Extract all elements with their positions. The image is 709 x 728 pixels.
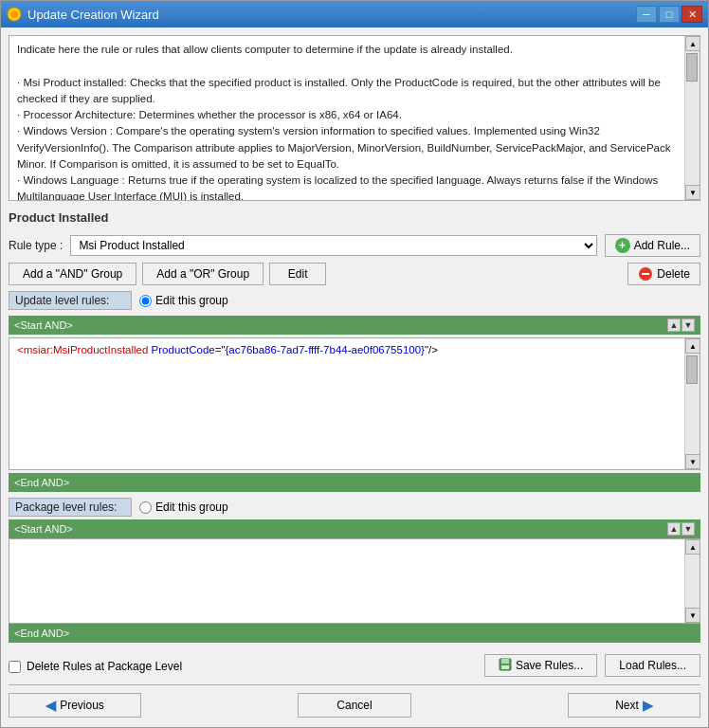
package-section: Package level rules: Edit this group <St… [9, 498, 700, 643]
previous-button[interactable]: ◀ Previous [9, 693, 141, 718]
save-load-row: Save Rules... Load Rules... [484, 654, 700, 677]
rules-scroll-down[interactable]: ▼ [685, 454, 700, 469]
package-level-row: Package level rules: Edit this group [9, 498, 700, 517]
start-and-label: <Start AND> [14, 319, 73, 331]
save-icon [499, 658, 512, 674]
group-buttons-row: Add a "AND" Group Add a "OR" Group Edit … [9, 263, 700, 285]
xml-attr-productcode: ProductCode [152, 344, 215, 355]
nav-row: ◀ Previous Cancel Next ▶ [9, 689, 700, 719]
save-rules-label: Save Rules... [516, 659, 583, 672]
load-rules-button[interactable]: Load Rules... [605, 654, 700, 677]
svg-rect-5 [501, 659, 509, 664]
delete-rules-checkbox[interactable] [9, 661, 21, 673]
pkg-edit-group-radio-input[interactable] [139, 501, 152, 514]
edit-group-radio-label: Edit this group [155, 294, 228, 307]
and-bar-up-button[interactable]: ▲ [667, 318, 681, 332]
pkg-and-bar-down[interactable]: ▼ [682, 522, 695, 536]
xml-attr-value: {ac76ba86-7ad7-ffff-7b44-ae0f06755100} [226, 344, 425, 355]
rule-type-label: Rule type : [9, 239, 63, 252]
and-bar-down-button[interactable]: ▼ [682, 318, 695, 332]
prev-arrow: ◀ [45, 698, 56, 713]
info-text: Indicate here the rule or rules that all… [17, 42, 675, 201]
pkg-edit-group-radio: Edit this group [139, 500, 228, 514]
edit-group-radio: Edit this group [139, 294, 228, 307]
minimize-button[interactable]: ─ [636, 6, 657, 23]
delete-rules-label: Delete Rules at Package Level [27, 660, 182, 673]
edit-group-radio-input[interactable] [139, 295, 152, 307]
info-scrollbar: ▲ ▼ [684, 36, 700, 200]
pkg-edit-group-label: Edit this group [155, 500, 228, 514]
window-title: Update Creation Wizard [27, 8, 159, 22]
svg-rect-6 [501, 665, 509, 669]
add-rule-label: Add Rule... [634, 239, 690, 252]
rules-content: <msiar:MsiProductInstalled ProductCode="… [9, 338, 700, 361]
add-rule-button[interactable]: + Add Rule... [605, 234, 700, 257]
delete-button[interactable]: Delete [627, 263, 700, 285]
next-label: Next [615, 699, 639, 712]
end-and-bar: <End AND> [9, 473, 700, 492]
and-bar-controls: ▲ ▼ [667, 318, 695, 332]
rules-scroll-thumb [686, 355, 698, 384]
bottom-section: Delete Rules at Package Level Save Rules… [9, 648, 700, 719]
rule-type-row: Rule type : Msi Product Installed + Add … [9, 234, 700, 257]
package-level-label: Package level rules: [9, 498, 132, 517]
add-or-group-button[interactable]: Add a "OR" Group [142, 263, 264, 285]
main-content: Indicate here the rule or rules that all… [1, 27, 708, 727]
pkg-and-bar-up[interactable]: ▲ [667, 522, 681, 536]
divider [9, 684, 700, 685]
xml-tag-name: MsiProductInstalled [53, 344, 148, 355]
pkg-end-and-label: <End AND> [14, 628, 69, 639]
rules-scroll-track [685, 354, 700, 454]
start-and-bar: <Start AND> ▲ ▼ [9, 316, 700, 335]
wizard-icon [7, 7, 22, 22]
next-button[interactable]: Next ▶ [568, 693, 700, 718]
update-level-label: Update level rules: [9, 291, 132, 310]
rules-area: <msiar:MsiProductInstalled ProductCode="… [9, 337, 700, 470]
title-bar-left: Update Creation Wizard [7, 7, 159, 22]
checkbox-row: Delete Rules at Package Level [9, 654, 182, 677]
delete-icon [638, 266, 653, 282]
pkg-end-and-bar: <End AND> [9, 624, 700, 643]
main-window: Update Creation Wizard ─ □ ✕ Indicate he… [0, 0, 709, 728]
save-rules-button[interactable]: Save Rules... [484, 654, 597, 677]
close-button[interactable]: ✕ [682, 6, 702, 23]
svg-point-1 [10, 10, 18, 18]
update-rules-section: <Start AND> ▲ ▼ <msiar:MsiProductInstall… [9, 316, 700, 492]
title-bar-controls: ─ □ ✕ [636, 6, 702, 23]
cancel-button[interactable]: Cancel [298, 693, 411, 718]
rule-type-select[interactable]: Msi Product Installed [70, 235, 596, 256]
pkg-scroll-track [685, 555, 700, 608]
pkg-start-and-label: <Start AND> [14, 523, 73, 535]
edit-button[interactable]: Edit [269, 263, 326, 285]
scroll-thumb [686, 53, 698, 82]
product-installed-label: Product Installed [9, 207, 700, 228]
scroll-track [685, 51, 700, 185]
scroll-down-button[interactable]: ▼ [685, 185, 700, 200]
delete-label: Delete [657, 267, 690, 281]
pkg-start-and-bar: <Start AND> ▲ ▼ [9, 519, 700, 538]
xml-tag-msiar: <msiar: [17, 344, 53, 355]
pkg-scroll-up[interactable]: ▲ [685, 539, 700, 555]
next-arrow: ▶ [643, 698, 653, 713]
add-icon: + [615, 238, 630, 253]
info-box: Indicate here the rule or rules that all… [9, 35, 700, 201]
end-and-label: <End AND> [14, 477, 69, 488]
pkg-scrollbar: ▲ ▼ [684, 539, 700, 623]
pkg-and-bar-controls: ▲ ▼ [667, 522, 695, 536]
add-and-group-button[interactable]: Add a "AND" Group [9, 263, 136, 285]
pkg-rules-area: ▲ ▼ [9, 538, 700, 624]
scroll-up-button[interactable]: ▲ [685, 36, 700, 51]
pkg-scroll-down[interactable]: ▼ [685, 608, 700, 623]
update-level-row: Update level rules: Edit this group [9, 291, 700, 310]
title-bar: Update Creation Wizard ─ □ ✕ [1, 1, 708, 27]
rules-scrollbar: ▲ ▼ [684, 338, 700, 469]
previous-label: Previous [60, 699, 104, 712]
rules-scroll-up[interactable]: ▲ [685, 338, 700, 354]
maximize-button[interactable]: □ [659, 6, 680, 23]
